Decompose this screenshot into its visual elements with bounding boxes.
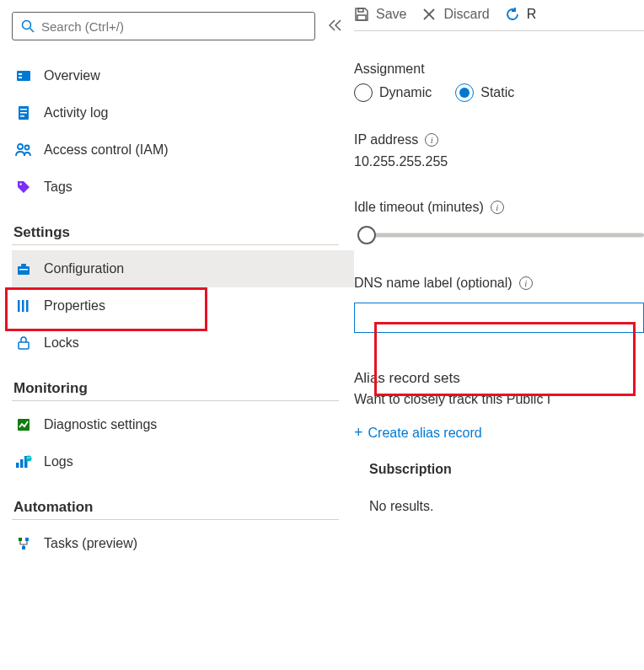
save-icon	[354, 7, 369, 22]
nav-tags[interactable]: Tags	[12, 169, 354, 206]
subscription-title: Subscription	[369, 462, 644, 477]
save-label: Save	[376, 7, 406, 22]
dns-label: DNS name label (optional) i	[354, 276, 644, 291]
subscription-no-results: No results.	[369, 499, 644, 514]
nav-label: Access control (IAM)	[44, 142, 169, 158]
radio-label: Dynamic	[379, 85, 432, 100]
nav-tasks[interactable]: Tasks (preview)	[12, 525, 354, 562]
nav-access-control[interactable]: Access control (IAM)	[12, 131, 354, 169]
svg-point-11	[19, 183, 21, 185]
toolbar: Save Discard R	[354, 7, 644, 31]
svg-rect-29	[358, 8, 363, 12]
nav-label: Properties	[44, 298, 105, 314]
svg-point-0	[23, 21, 31, 29]
logs-icon	[15, 453, 32, 470]
overview-icon	[15, 67, 32, 84]
svg-point-9	[18, 144, 23, 149]
plus-icon: +	[354, 424, 363, 442]
discard-label: Discard	[443, 7, 489, 22]
discard-button[interactable]: Discard	[421, 7, 489, 22]
svg-rect-21	[20, 459, 24, 468]
nav-label: Logs	[44, 454, 73, 469]
diag-icon	[15, 416, 32, 433]
nav-logs[interactable]: Logs	[12, 443, 354, 480]
iam-icon	[15, 142, 32, 158]
svg-point-24	[27, 457, 29, 458]
svg-rect-4	[19, 77, 22, 78]
svg-rect-7	[20, 112, 27, 114]
svg-rect-16	[22, 300, 24, 312]
idle-timeout-label: Idle timeout (minutes) i	[354, 200, 644, 215]
chevron-double-left-icon	[329, 19, 342, 31]
slider-track	[366, 233, 644, 238]
section-automation: Automation	[12, 480, 339, 520]
nav-overview[interactable]: Overview	[12, 57, 354, 94]
svg-point-25	[29, 457, 30, 458]
nav-label: Tasks (preview)	[44, 536, 137, 551]
section-settings: Settings	[12, 206, 339, 245]
search-input[interactable]	[41, 19, 306, 34]
radio-icon	[354, 83, 373, 102]
svg-rect-13	[21, 264, 26, 266]
svg-rect-2	[17, 71, 30, 81]
tag-icon	[15, 179, 32, 196]
nav-label: Activity log	[44, 105, 108, 121]
svg-point-23	[26, 456, 32, 462]
svg-line-1	[30, 29, 35, 33]
idle-timeout-slider[interactable]	[354, 225, 644, 245]
svg-rect-3	[19, 73, 22, 75]
tasks-icon	[15, 535, 32, 552]
svg-rect-6	[20, 109, 27, 110]
lock-icon	[15, 335, 32, 351]
ip-value: 10.255.255.255	[354, 154, 644, 169]
nav-label: Configuration	[44, 261, 124, 276]
radio-icon	[455, 83, 474, 102]
nav-diagnostic-settings[interactable]: Diagnostic settings	[12, 406, 354, 443]
nav-properties[interactable]: Properties	[12, 287, 354, 324]
svg-rect-8	[20, 115, 24, 117]
section-monitoring: Monitoring	[12, 362, 339, 401]
svg-rect-15	[18, 300, 20, 312]
search-box[interactable]	[12, 12, 315, 40]
refresh-label: R	[527, 7, 537, 22]
svg-rect-26	[19, 538, 22, 541]
svg-rect-18	[19, 342, 29, 349]
svg-rect-27	[25, 538, 29, 541]
nav-configuration[interactable]: Configuration	[12, 250, 354, 287]
search-icon	[21, 19, 35, 33]
nav-locks[interactable]: Locks	[12, 324, 354, 362]
assignment-static-radio[interactable]: Static	[455, 83, 514, 102]
create-alias-record-link[interactable]: + Create alias record	[354, 424, 644, 442]
assignment-label: Assignment	[354, 62, 644, 77]
alias-description: Want to closely track this Public I	[354, 392, 644, 407]
assignment-dynamic-radio[interactable]: Dynamic	[354, 83, 432, 102]
info-icon[interactable]: i	[491, 201, 504, 214]
log-icon	[15, 105, 32, 121]
ip-label: IP address i	[354, 132, 644, 147]
discard-icon	[421, 7, 437, 22]
nav-label: Locks	[44, 335, 79, 351]
alias-header: Alias record sets	[354, 370, 644, 387]
create-alias-label: Create alias record	[368, 426, 482, 441]
refresh-button[interactable]: R	[505, 7, 537, 22]
info-icon[interactable]: i	[425, 133, 438, 147]
save-button[interactable]: Save	[354, 7, 406, 22]
svg-rect-20	[16, 463, 19, 468]
svg-rect-12	[18, 266, 30, 275]
refresh-icon	[505, 7, 520, 22]
config-icon	[15, 260, 32, 277]
props-icon	[15, 297, 32, 314]
nav-label: Overview	[44, 68, 100, 83]
slider-thumb[interactable]	[357, 226, 376, 244]
nav-label: Diagnostic settings	[44, 417, 157, 432]
info-icon[interactable]: i	[519, 276, 533, 290]
dns-name-input[interactable]	[354, 303, 644, 333]
svg-point-10	[25, 146, 30, 150]
svg-rect-17	[26, 300, 29, 312]
collapse-sidebar-button[interactable]	[325, 16, 346, 37]
svg-rect-30	[357, 15, 366, 20]
radio-label: Static	[480, 85, 514, 100]
nav-activity-log[interactable]: Activity log	[12, 94, 354, 131]
svg-rect-14	[19, 269, 28, 271]
nav-label: Tags	[44, 180, 72, 195]
